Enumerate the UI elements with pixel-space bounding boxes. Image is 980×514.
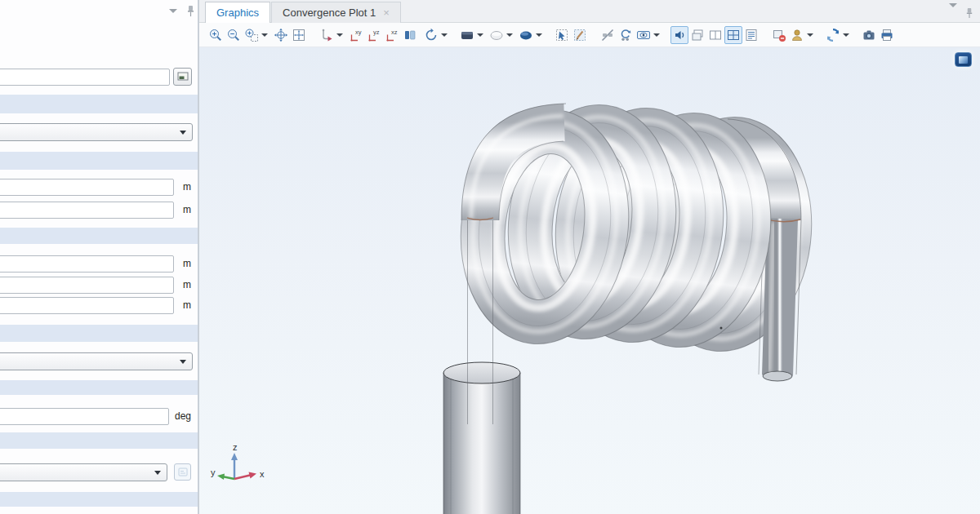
view-yz-button[interactable]: yz [365,26,383,44]
view-xy-button[interactable]: xy [347,26,365,44]
window-cascade-button[interactable] [688,26,706,44]
y-axis-label: y [211,467,216,477]
dropdown-3[interactable] [0,463,167,481]
x-axis-arrow [249,472,257,479]
select-box-icon [555,28,569,42]
param-input-3[interactable] [0,255,174,273]
angle-input[interactable] [0,408,169,425]
param-input-4[interactable] [0,277,174,294]
svg-text:xy: xy [355,29,362,36]
rotate-menu-caret[interactable] [440,26,448,44]
close-icon[interactable]: × [383,7,390,18]
user-account-button[interactable] [788,26,806,44]
section-band [0,432,198,449]
user-menu-caret[interactable] [806,26,814,44]
label-input[interactable] [0,69,170,86]
graphics-tabbar: Graphics Convergence Plot 1 × [199,0,980,23]
sketch-icon [572,28,587,42]
visibility-menu-caret[interactable] [653,26,661,44]
param-input-2[interactable] [0,202,174,219]
zoom-extents-icon [274,28,288,42]
section-band [0,228,198,244]
fit-window-button[interactable] [290,26,308,44]
window-tile-button[interactable] [706,26,724,44]
view-xz-button[interactable]: xz [383,26,401,44]
view-toggle-button[interactable] [955,52,972,67]
unit-label: m [183,204,191,215]
split-view-button[interactable] [724,26,742,44]
x-axis-label: x [260,469,265,479]
zoom-extents-button[interactable] [272,26,290,44]
snapshot-icon [862,28,876,42]
snapshot-button[interactable] [860,26,878,44]
visibility-icon [636,28,651,42]
update-solution-button[interactable] [824,26,842,44]
svg-text:xz: xz [391,29,398,36]
section-band [0,95,198,113]
zoom-in-icon [208,28,223,42]
material-menu-caret[interactable] [535,26,543,44]
zoom-in-button[interactable] [207,26,225,44]
scene-light-menu-caret[interactable] [476,26,484,44]
material-rendering-button[interactable] [517,26,535,44]
window-cascade-icon [690,28,705,42]
reset-hiding-button[interactable] [617,26,635,44]
panel-pin-icon[interactable] [186,5,195,17]
app-window: m m m m m deg Graphics Convergence P [0,0,980,514]
param-input-5[interactable] [0,297,174,314]
remove-frame-button[interactable] [770,26,788,44]
user-account-icon [790,28,804,42]
section-band [0,152,198,170]
panel-collapse-icon[interactable] [169,9,177,13]
tab-graphics[interactable]: Graphics [205,2,270,23]
settings-panel: m m m m m deg [0,0,199,514]
hide-entities-button[interactable] [599,26,617,44]
dropdown-2[interactable] [0,352,193,370]
update-menu-caret[interactable] [842,26,850,44]
source-icon [178,467,188,476]
scene-light-button[interactable] [458,26,476,44]
window-pin-icon[interactable] [965,7,973,22]
svg-text:yz: yz [373,29,380,36]
sound-button[interactable] [670,26,688,44]
window-menu-icon[interactable] [949,7,957,22]
view-yz-icon: yz [367,28,381,42]
zoom-out-button[interactable] [225,26,243,44]
hide-entities-icon [600,28,615,42]
graphics-window: Graphics Convergence Plot 1 × [199,0,980,514]
graphics-canvas[interactable]: z x y [199,47,980,514]
view-xz-icon: xz [385,28,399,42]
rotate-icon [424,28,439,42]
dropdown-1[interactable] [0,123,193,141]
zoom-box-menu-caret[interactable] [261,26,269,44]
transparency-button[interactable] [488,26,506,44]
select-box-button[interactable] [553,26,571,44]
material-rendering-icon [519,28,533,42]
sketch-button[interactable] [571,26,589,44]
go-to-default-view-button[interactable] [318,26,336,44]
print-button[interactable] [878,26,896,44]
orthographic-projection-button[interactable] [401,26,419,44]
chevron-down-icon [154,471,161,475]
param-input-1[interactable] [0,179,174,196]
visibility-button[interactable] [635,26,653,44]
section-band [0,492,198,507]
view-xy-icon: xy [349,28,363,42]
label-button[interactable] [173,68,192,86]
rotate-button[interactable] [422,26,440,44]
section-band [0,380,198,395]
go-to-default-view-icon [319,28,334,42]
vertex-dot [720,327,723,330]
transparency-menu-caret[interactable] [506,26,514,44]
unit-label: m [183,279,191,290]
tab-label: Convergence Plot 1 [283,7,376,19]
go-to-view-menu-caret[interactable] [336,26,344,44]
tab-convergence-plot-1[interactable]: Convergence Plot 1 × [271,2,401,23]
unit-label: m [183,299,191,311]
zoom-box-button[interactable] [243,26,261,44]
unit-label: deg [175,410,191,422]
coil-left-stub [467,218,493,424]
log-view-button[interactable] [742,26,760,44]
fit-window-icon [292,28,306,42]
reset-hiding-icon [618,28,633,42]
